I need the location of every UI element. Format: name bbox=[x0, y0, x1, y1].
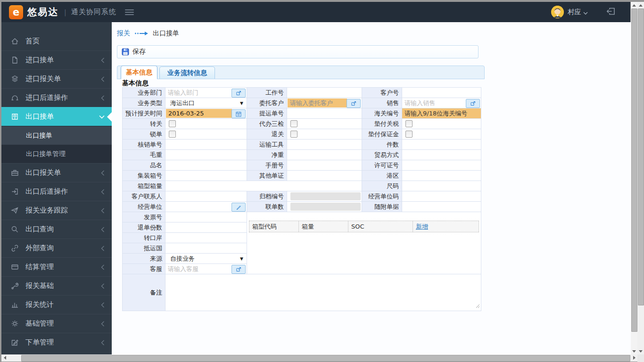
outer-vscroll-thumb[interactable] bbox=[638, 8, 644, 305]
operator-edit-button[interactable] bbox=[231, 203, 246, 212]
sidebar-item-15[interactable]: 下单管理 bbox=[1, 333, 112, 352]
packages-field[interactable] bbox=[402, 140, 481, 150]
transit-port-field[interactable] bbox=[165, 233, 247, 243]
declare-time-field[interactable]: 2016-03-25 bbox=[165, 108, 247, 119]
port-area-field[interactable] bbox=[402, 171, 481, 181]
verification-no-field[interactable] bbox=[165, 140, 247, 150]
sidebar-item-10[interactable]: 外部查询 bbox=[1, 239, 112, 257]
sidebar-item-4[interactable]: 进口后道操作 bbox=[1, 88, 112, 107]
sidebar-item-13[interactable]: 报关统计 bbox=[1, 295, 112, 314]
container-table-panel: 箱型代码箱量SOC新增 bbox=[247, 212, 481, 274]
sidebar-item-label: 进口接单 bbox=[25, 56, 54, 65]
client-field[interactable]: 请输入委托客户 bbox=[287, 98, 362, 108]
advance-duty-checkbox[interactable] bbox=[405, 120, 413, 127]
dept-lookup-button[interactable] bbox=[231, 89, 246, 98]
tab-business-flow[interactable]: 业务流转信息 bbox=[159, 66, 215, 79]
sales-lookup-button[interactable] bbox=[466, 99, 480, 108]
product-name-field[interactable] bbox=[165, 160, 247, 171]
operator-code-field[interactable] bbox=[402, 191, 481, 202]
operator-field[interactable] bbox=[165, 202, 247, 212]
label-product-name: 品名 bbox=[123, 160, 165, 171]
logout-icon[interactable] bbox=[606, 6, 616, 18]
container-table-header: 箱型代码箱量SOC新增 bbox=[249, 221, 479, 232]
calendar-icon[interactable] bbox=[231, 109, 246, 118]
horizontal-scrollbar[interactable] bbox=[1, 354, 637, 362]
sidebar-item-12[interactable]: 报关基础 bbox=[1, 276, 112, 295]
sidebar-item-9[interactable]: 出口查询 bbox=[1, 220, 112, 239]
collapse-chevron-icon bbox=[101, 264, 105, 270]
sidebar-subitem-1[interactable]: 出口接单 bbox=[1, 126, 112, 145]
label-operator-code: 经营单位码 bbox=[362, 191, 402, 202]
advance-deposit-checkbox[interactable] bbox=[405, 131, 413, 138]
brand-name: 悠易达 bbox=[27, 6, 58, 18]
scroll-down-icon[interactable] bbox=[631, 348, 637, 354]
license-no-field[interactable] bbox=[402, 160, 481, 171]
outer-vertical-scrollbar[interactable] bbox=[637, 2, 644, 354]
chevron-down-icon[interactable] bbox=[583, 8, 588, 17]
invoice-no-field[interactable] bbox=[165, 212, 247, 222]
biz-type-select[interactable]: 海运出口 ▼ bbox=[165, 98, 247, 108]
container-type-qty-field[interactable] bbox=[165, 181, 362, 191]
add-container-link[interactable]: 新增 bbox=[416, 222, 428, 231]
manual-no-field[interactable] bbox=[287, 160, 362, 171]
sales-field[interactable]: 请输入销售 bbox=[402, 98, 481, 108]
sidebar-item-1[interactable]: 首页 bbox=[1, 32, 112, 50]
resize-handle-icon[interactable] bbox=[476, 303, 480, 310]
scroll-down-icon[interactable] bbox=[637, 348, 644, 354]
transport-field[interactable] bbox=[287, 140, 362, 150]
sidebar-item-6[interactable]: 出口报关单 bbox=[1, 163, 112, 182]
menu-toggle-icon[interactable] bbox=[125, 8, 134, 16]
sidebar-item-label: 报关统计 bbox=[25, 300, 54, 309]
bl-no-field[interactable] bbox=[287, 108, 362, 119]
container-no-field[interactable] bbox=[165, 171, 247, 181]
scroll-up-icon[interactable] bbox=[631, 2, 637, 8]
sidebar-item-14[interactable]: 基础管理 bbox=[1, 314, 112, 333]
sidebar-item-11[interactable]: 结算管理 bbox=[1, 257, 112, 276]
avatar[interactable] bbox=[551, 6, 564, 18]
scroll-right-icon[interactable] bbox=[631, 354, 637, 361]
customs-no-field[interactable]: 请输入9/18位海关编号 bbox=[402, 108, 481, 119]
size-field[interactable] bbox=[402, 181, 481, 191]
save-button[interactable]: 保存 bbox=[132, 48, 146, 56]
other-docs-field[interactable] bbox=[287, 171, 362, 181]
scroll-up-icon[interactable] bbox=[637, 2, 644, 8]
inner-vertical-scrollbar[interactable] bbox=[631, 2, 637, 354]
sidebar-item-5[interactable]: 出口接单 bbox=[1, 107, 112, 126]
trade-mode-field[interactable] bbox=[402, 150, 481, 160]
lock-order-checkbox[interactable] bbox=[169, 131, 176, 138]
sidebar-item-label: 外部查询 bbox=[25, 244, 54, 253]
wrench-icon bbox=[11, 282, 19, 290]
sidebar-item-3[interactable]: 进口报关单 bbox=[1, 69, 112, 88]
customer-no-field[interactable] bbox=[402, 88, 481, 98]
sidebar-item-8[interactable]: 报关业务跟踪 bbox=[1, 201, 112, 220]
attached-docs-field[interactable] bbox=[402, 202, 481, 212]
tab-basic-info[interactable]: 基本信息 bbox=[121, 66, 157, 79]
customer-contact-field[interactable] bbox=[165, 191, 247, 202]
work-no-field[interactable] bbox=[287, 88, 362, 98]
service-field[interactable]: 请输入客服 bbox=[165, 264, 247, 274]
scroll-left-icon[interactable] bbox=[1, 354, 8, 361]
gross-weight-field[interactable] bbox=[165, 150, 247, 160]
label-customs-no: 海关编号 bbox=[362, 108, 402, 119]
user-name[interactable]: 村应 bbox=[568, 8, 581, 16]
source-select[interactable]: 自接业务 ▼ bbox=[165, 254, 247, 264]
label-customer-no: 客户号 bbox=[362, 88, 402, 98]
remark-textarea[interactable] bbox=[165, 274, 481, 311]
sidebar-item-7[interactable]: 出口后道操作 bbox=[1, 182, 112, 201]
withdraw-checkbox[interactable] bbox=[290, 131, 297, 138]
transfer-checkbox[interactable] bbox=[169, 120, 176, 127]
sidebar-subitem-2[interactable]: 出口接单管理 bbox=[1, 145, 112, 163]
net-weight-field[interactable] bbox=[287, 150, 362, 160]
dept-field[interactable]: 请输入部门 bbox=[165, 88, 247, 98]
archive-no-field bbox=[287, 191, 362, 202]
inner-vscroll-thumb[interactable] bbox=[631, 8, 637, 332]
dest-country-field[interactable] bbox=[165, 243, 247, 254]
breadcrumb-root-link[interactable]: 报关 bbox=[117, 29, 130, 38]
triple-check-checkbox[interactable] bbox=[290, 120, 297, 127]
hscroll-thumb[interactable] bbox=[21, 355, 630, 362]
label-dept: 业务部门 bbox=[123, 88, 165, 98]
client-lookup-button[interactable] bbox=[347, 99, 361, 108]
service-lookup-button[interactable] bbox=[231, 265, 246, 274]
sidebar-item-2[interactable]: 进口接单 bbox=[1, 50, 112, 69]
refund-copies-field[interactable] bbox=[165, 222, 247, 233]
